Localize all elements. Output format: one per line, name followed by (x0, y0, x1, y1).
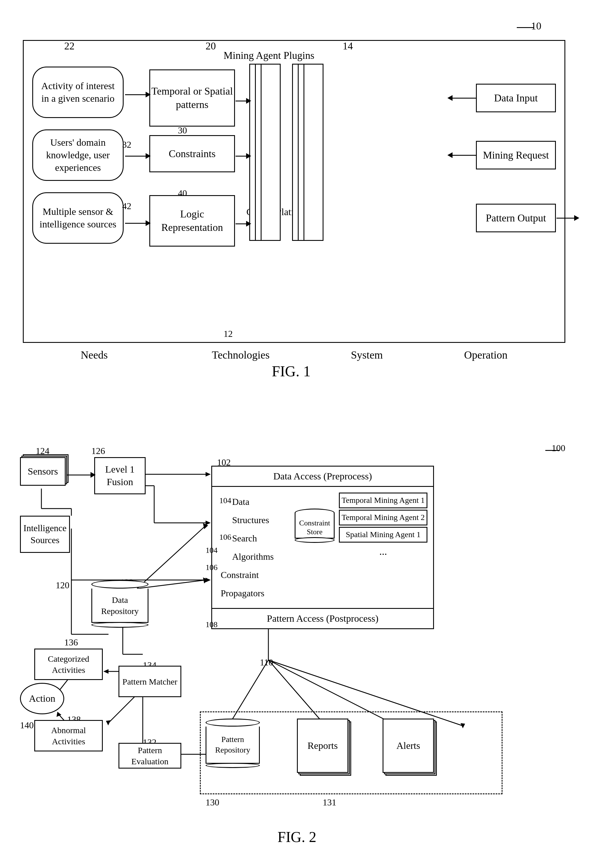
label-needs: Needs (81, 349, 108, 361)
svg-marker-30 (103, 669, 108, 674)
box-intelligence-text: Intelligence Sources (21, 522, 69, 546)
box-sensors-text: Sensors (28, 465, 58, 478)
ref-120: 120 (56, 580, 69, 590)
svg-marker-32 (106, 720, 110, 725)
reports-text: Reports (307, 740, 338, 752)
fig1-title: FIG. 1 (11, 363, 571, 380)
pattern-matcher-text: Pattern Matcher (122, 676, 177, 687)
fig1-container: 10 22 20 14 Mining Agent Plugins CMAP Pl… (11, 17, 588, 383)
svg-marker-15 (203, 523, 208, 529)
cloud-sensors: Multiple sensor & intelligence sources (32, 192, 123, 244)
fig1-labels: Needs Technologies System Operation (23, 349, 565, 361)
cloud-users-domain: Users' domain knowledge, user experience… (32, 130, 123, 181)
box-alerts: Alerts (382, 719, 434, 773)
ellipse-action: Action (20, 683, 64, 714)
box-alerts-container: Alerts (382, 719, 434, 773)
box-pattern-output: Pattern Output (476, 204, 556, 232)
spatial-agent1-text: Spatial Mining Agent 1 (346, 530, 421, 540)
pattern-repository: Pattern Repository (206, 719, 260, 768)
temporal-agent2-text: Temporal Mining Agent 2 (342, 512, 424, 522)
box-level1-fusion-text: Level 1 Fusion (95, 463, 145, 488)
ref-110: 110 (260, 657, 273, 668)
ref-104: 104 (219, 492, 231, 509)
cloud-users-text: Users' domain knowledge, user experience… (39, 136, 117, 174)
text-constraint-store: Constraint Store (295, 519, 335, 536)
fig1-system-box: Mining Agent Plugins CMAP Platform Activ… (23, 40, 565, 343)
ref-130: 130 (206, 797, 219, 808)
ref-106-ext: 106 (206, 563, 218, 572)
ref-108: 108 (206, 620, 218, 629)
box-pattern-matcher: Pattern Matcher (119, 666, 181, 697)
label-technologies: Technologies (212, 349, 269, 361)
box-constraints: Constraints (149, 135, 235, 172)
box-data-input-text: Data Input (494, 91, 538, 105)
ref-140: 140 (20, 720, 34, 731)
box-logic-rep: Logic Representation (149, 195, 235, 246)
text-data-structures: Data Structures (232, 497, 269, 525)
fig2-main-box: Data Access (Preprocess) 104 Data Struct… (211, 466, 434, 629)
svg-marker-13 (206, 521, 211, 525)
box-sensors: Sensors (20, 457, 66, 486)
fig2-title: FIG. 2 (11, 829, 582, 845)
box-constraints-text: Constraints (169, 147, 215, 161)
ref-10: 10 (531, 20, 541, 32)
cloud-sensors-text: Multiple sensor & intelligence sources (39, 205, 117, 231)
ref-30: 30 (178, 125, 187, 136)
ref-42: 42 (122, 201, 131, 211)
alerts-text: Alerts (396, 740, 420, 752)
categorized-text: Categorized Activities (35, 653, 102, 675)
ref-136: 136 (64, 637, 78, 648)
box-temporal-spatial: Temporal or Spatial patterns (149, 69, 235, 127)
box-temporal-spatial-text: Temporal or Spatial patterns (150, 85, 234, 112)
cloud-activity: Activity of interest in a given scenario (32, 66, 123, 118)
box-data-access: Data Access (Preprocess) (212, 466, 433, 487)
box-data-access-text: Data Access (Preprocess) (273, 471, 372, 482)
box-pattern-access-text: Pattern Access (Postprocess) (267, 613, 379, 624)
svg-marker-4 (206, 578, 211, 582)
ref-100: 100 (552, 443, 565, 453)
pattern-eval-text: Pattern Evaluation (119, 744, 181, 767)
ref-124: 124 (36, 446, 50, 456)
svg-marker-40 (57, 712, 62, 717)
box-pattern-eval: Pattern Evaluation (119, 743, 181, 768)
svg-marker-17 (203, 577, 208, 583)
data-repo-text: Data Repository (91, 589, 149, 623)
data-repository: Data Repository (91, 580, 149, 628)
temporal-agent1-text: Temporal Mining Agent 1 (342, 495, 424, 506)
box-mining-request-text: Mining Request (483, 149, 549, 162)
box-mining-request: Mining Request (476, 141, 556, 169)
ref-32: 32 (122, 139, 131, 150)
box-level1-fusion: Level 1 Fusion (94, 457, 146, 494)
box-spatial-agent1: Spatial Mining Agent 1 (339, 527, 427, 543)
label-operation: Operation (464, 349, 508, 361)
ref-12: 12 (224, 329, 233, 339)
svg-marker-1 (206, 472, 211, 477)
text-constraint-propagators: Constraint Propagators (221, 570, 264, 598)
pattern-repo-text: Pattern Repository (206, 726, 260, 764)
label-system: System (351, 349, 383, 361)
cloud-activity-text: Activity of interest in a given scenario (39, 80, 117, 105)
box-intelligence: Intelligence Sources (20, 516, 70, 553)
ref-104-ext: 104 (206, 546, 218, 555)
dots: ... (339, 544, 427, 559)
text-search-algorithms: Search Algorithms (232, 533, 274, 562)
box-temporal-agent2: Temporal Mining Agent 2 (339, 510, 427, 525)
box-logic-rep-text: Logic Representation (150, 207, 234, 234)
abnormal-text: Abnormal Activities (35, 725, 102, 747)
box-pattern-access: Pattern Access (Postprocess) (212, 608, 433, 628)
arrow-sensors-fusion (67, 472, 96, 478)
box-data-input: Data Input (476, 84, 556, 112)
box-abnormal: Abnormal Activities (34, 720, 103, 752)
ref-131: 131 (323, 797, 336, 808)
box-temporal-agent1: Temporal Mining Agent 1 (339, 492, 427, 508)
mining-agent-plugins-label: Mining Agent Plugins (224, 50, 315, 62)
box-reports: Reports (297, 719, 348, 773)
box-categorized: Categorized Activities (34, 649, 103, 680)
action-text: Action (29, 693, 56, 704)
box-reports-container: Reports (297, 719, 348, 773)
ref-106: 106 (219, 529, 231, 545)
box-pattern-output-text: Pattern Output (486, 211, 546, 225)
ref-126: 126 (91, 446, 105, 456)
svg-line-14 (137, 526, 206, 589)
